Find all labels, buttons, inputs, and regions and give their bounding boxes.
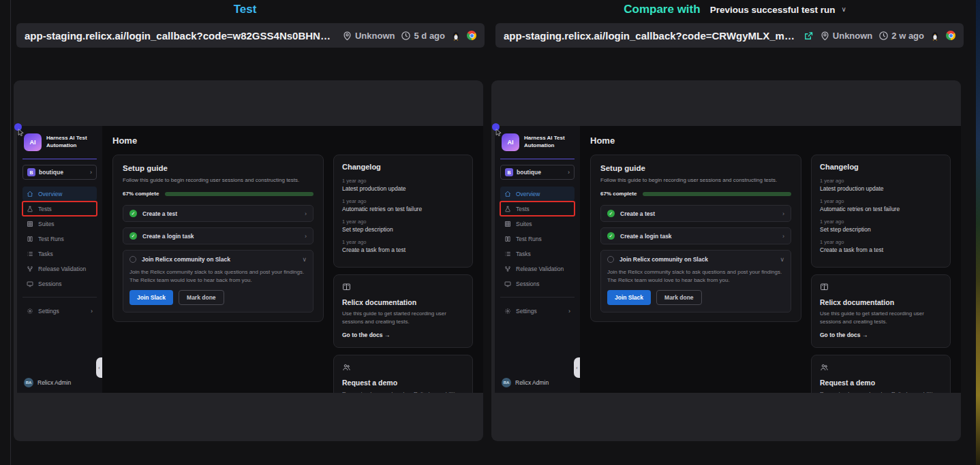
setup-item-create-test[interactable]: ✓ Create a test › xyxy=(123,205,313,222)
app-screenshot: AI Harness AI Test Automation B boutique… xyxy=(495,126,961,393)
sidebar-item-tests[interactable]: Tests xyxy=(22,202,97,216)
right-url-bar[interactable]: app-staging.relicx.ai/login_callback?cod… xyxy=(495,23,964,48)
sidebar-item-tests[interactable]: Tests xyxy=(500,202,575,216)
join-slack-description: Join the Relicx community slack to ask q… xyxy=(607,268,784,284)
progress-bar xyxy=(165,192,313,196)
sidebar-item-sessions[interactable]: Sessions xyxy=(500,276,575,291)
sidebar-item-tasks[interactable]: Tasks xyxy=(22,246,97,261)
sidebar-divider xyxy=(500,297,575,298)
user-menu[interactable]: RA Relicx Admin xyxy=(22,378,97,387)
mark-done-button[interactable]: Mark done xyxy=(179,290,224,305)
flask-icon xyxy=(504,206,511,212)
url-row: app-staging.relicx.ai/login_callback?cod… xyxy=(0,23,980,48)
changelog-entry: 1 year ago Create a task from a test xyxy=(342,239,464,253)
sidebar-item-tasks[interactable]: Tasks xyxy=(500,246,575,261)
check-circle-icon: ✓ xyxy=(129,232,137,240)
cursor-arrow-icon xyxy=(495,129,502,136)
join-slack-header[interactable]: Join Relicx community on Slack ∨ xyxy=(607,256,784,263)
changelog-entry: 1 year ago Latest production update xyxy=(820,178,942,192)
sidebar-collapse-handle[interactable]: ‹ xyxy=(574,357,580,378)
user-name: Relicx Admin xyxy=(515,379,549,386)
left-url-text: app-staging.relicx.ai/login_callback?cod… xyxy=(25,30,336,42)
progress-label: 67% complete xyxy=(123,191,159,197)
linux-os-icon xyxy=(451,31,461,41)
chrome-browser-icon xyxy=(467,31,476,40)
join-slack-button[interactable]: Join Slack xyxy=(129,290,173,305)
test-screenshot-panel[interactable]: AI Harness AI Test Automation B boutique… xyxy=(14,80,483,441)
chevron-down-icon: ∨ xyxy=(841,6,846,13)
left-edge-divider xyxy=(10,0,11,465)
left-url-bar[interactable]: app-staging.relicx.ai/login_callback?cod… xyxy=(16,23,485,48)
request-demo-title: Request a demo xyxy=(342,379,464,387)
users-icon xyxy=(342,363,351,372)
project-selector[interactable]: B boutique › xyxy=(22,165,97,180)
user-name: Relicx Admin xyxy=(37,379,71,386)
compare-run-selected-value: Previous successful test run xyxy=(710,5,836,15)
app-sidebar: AI Harness AI Test Automation B boutique… xyxy=(17,126,102,393)
documentation-card: Relicx documentation Use this guide to g… xyxy=(811,274,951,348)
sidebar-item-suites[interactable]: Suites xyxy=(500,217,575,231)
app-main: Home Setup guide Follow this guide to be… xyxy=(580,126,961,393)
setup-guide-card: Setup guide Follow this guide to begin r… xyxy=(112,155,324,322)
app-screenshot: AI Harness AI Test Automation B boutique… xyxy=(17,126,483,393)
sidebar-item-release-validation[interactable]: Release Validation xyxy=(500,261,575,276)
go-to-docs-link[interactable]: Go to the docs → xyxy=(820,332,868,338)
compare-run-selector[interactable]: Previous successful test run ∨ xyxy=(710,5,846,15)
request-demo-title: Request a demo xyxy=(820,379,942,387)
setup-item-create-test[interactable]: ✓ Create a test › xyxy=(600,205,791,222)
sidebar-item-overview[interactable]: Overview xyxy=(22,187,97,201)
check-circle-icon: ✓ xyxy=(129,210,137,217)
setup-guide-card: Setup guide Follow this guide to begin r… xyxy=(590,155,801,322)
compare-with-label: Compare with xyxy=(624,3,700,16)
gear-icon xyxy=(27,308,33,315)
progress-label: 67% complete xyxy=(600,191,637,197)
user-menu[interactable]: RA Relicx Admin xyxy=(500,378,575,387)
changelog-title: Changelog xyxy=(820,163,942,171)
project-name: boutique xyxy=(39,169,63,176)
right-location-label: Unknown xyxy=(833,31,873,41)
setup-item-create-login-task[interactable]: ✓ Create a login task › xyxy=(600,227,791,244)
setup-progress: 67% complete xyxy=(600,191,791,197)
left-location-label: Unknown xyxy=(355,31,395,41)
chevron-down-icon: ∨ xyxy=(780,256,784,263)
progress-bar xyxy=(643,192,791,196)
harness-logo: AI xyxy=(502,133,519,151)
sidebar-collapse-handle[interactable]: ‹ xyxy=(96,357,102,378)
columns-icon xyxy=(27,236,33,242)
grid-icon xyxy=(27,221,33,227)
sidebar-item-suites[interactable]: Suites xyxy=(22,217,97,231)
external-link-icon[interactable] xyxy=(803,31,814,41)
join-slack-header[interactable]: Join Relicx community on Slack ∨ xyxy=(129,256,307,263)
changelog-entry: 1 year ago Latest production update xyxy=(342,178,464,192)
brand-divider xyxy=(22,159,97,159)
join-slack-button[interactable]: Join Slack xyxy=(607,290,651,305)
right-url-text: app-staging.relicx.ai/login_callback?cod… xyxy=(504,30,797,42)
grid-icon xyxy=(504,221,511,227)
sidebar-item-release-validation[interactable]: Release Validation xyxy=(22,261,97,276)
setup-item-create-login-task[interactable]: ✓ Create a login task › xyxy=(123,227,313,244)
app-sidebar: AI Harness AI Test Automation B boutique… xyxy=(495,126,580,393)
mark-done-button[interactable]: Mark done xyxy=(656,290,702,305)
sidebar-item-test-runs[interactable]: Test Runs xyxy=(500,231,575,246)
changelog-entry: 1 year ago Automatic retries on test fai… xyxy=(820,198,942,212)
location-pin-icon xyxy=(342,31,352,41)
sidebar-item-test-runs[interactable]: Test Runs xyxy=(22,231,97,246)
sidebar-item-sessions[interactable]: Sessions xyxy=(22,276,97,291)
unchecked-circle-icon xyxy=(607,256,614,263)
setup-guide-title: Setup guide xyxy=(123,164,313,172)
chrome-browser-icon xyxy=(946,31,955,40)
go-to-docs-link[interactable]: Go to the docs → xyxy=(342,332,390,338)
brand-line2: Automation xyxy=(46,142,87,150)
sessions-icon xyxy=(504,280,511,287)
setup-item-join-slack: Join Relicx community on Slack ∨ Join th… xyxy=(600,250,791,312)
request-demo-description: Request a demo and explore Relicx's capa… xyxy=(820,390,942,393)
sidebar-item-settings[interactable]: Settings › xyxy=(22,304,97,318)
brand-line2: Automation xyxy=(524,142,565,150)
caption-bar: Test Compare with Previous successful te… xyxy=(0,0,980,18)
sidebar-item-overview[interactable]: Overview xyxy=(500,187,575,201)
project-selector[interactable]: B boutique › xyxy=(500,165,575,180)
compare-screenshot-panel[interactable]: AI Harness AI Test Automation B boutique… xyxy=(491,80,961,441)
sidebar-item-settings[interactable]: Settings › xyxy=(500,304,575,318)
sidebar-divider xyxy=(22,297,97,298)
comparison-panels: AI Harness AI Test Automation B boutique… xyxy=(14,80,961,441)
